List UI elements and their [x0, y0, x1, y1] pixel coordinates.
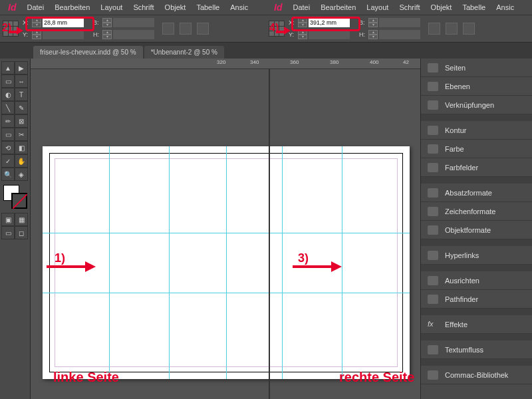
pen-tool[interactable]: ✎	[15, 101, 28, 114]
w-input[interactable]	[113, 18, 154, 27]
h-spinner[interactable]: ▴▾	[102, 30, 112, 39]
x-input[interactable]	[43, 18, 84, 27]
panel-objektformate[interactable]: Objektformate	[421, 221, 532, 239]
menu-layout[interactable]: Layout	[95, 3, 128, 11]
control-bar-left: X:▴▾ Y:▴▾ B:▴▾ H:▴▾	[0, 15, 266, 43]
menu-layout[interactable]: Layout	[361, 3, 394, 11]
w-input[interactable]	[379, 18, 420, 27]
panel-zeichenformate[interactable]: Zeichenformate	[421, 202, 532, 221]
preview-tool[interactable]: ▭	[1, 226, 15, 239]
panel-hyperlinks[interactable]: Hyperlinks	[421, 246, 532, 265]
menu-tabelle[interactable]: Tabelle	[457, 3, 491, 11]
panel-pathfinder[interactable]: Pathfinder	[421, 290, 532, 309]
x-spinner[interactable]: ▴▾	[298, 18, 307, 27]
panel-effekte[interactable]: fxEffekte	[421, 315, 532, 334]
h-input[interactable]	[379, 30, 420, 39]
panel-ebenen[interactable]: Ebenen	[421, 77, 532, 96]
align-icon	[428, 276, 438, 285]
panel-kontur[interactable]: Kontur	[421, 121, 532, 140]
transform-tool[interactable]: ⟲	[1, 141, 15, 154]
menu-objekt[interactable]: Objekt	[160, 3, 192, 11]
library-icon	[428, 370, 438, 380]
reference-point-icon[interactable]	[269, 21, 285, 37]
y-spinner[interactable]: ▴▾	[298, 30, 307, 39]
row-guide[interactable]	[43, 233, 410, 233]
panel-seiten[interactable]: Seiten	[421, 59, 532, 77]
column-guide[interactable]	[109, 146, 110, 379]
document-view[interactable]	[31, 69, 420, 399]
column-guide[interactable]	[342, 146, 342, 379]
selection-tool[interactable]: ▲	[1, 61, 15, 74]
links-icon	[428, 100, 438, 110]
distribute-icon[interactable]	[197, 23, 209, 35]
panel-farbe[interactable]: Farbe	[421, 140, 532, 158]
hyperlinks-icon	[428, 251, 438, 260]
panel-verknuepfungen[interactable]: Verknüpfungen	[421, 96, 532, 114]
horizontal-ruler: 320 340 360 380 400 42	[31, 59, 420, 69]
zoom-tool[interactable]: 🔍	[1, 168, 15, 181]
x-spinner[interactable]: ▴▾	[32, 18, 41, 27]
left-instance: Id Datei Bearbeiten Layout Schrift Objek…	[0, 0, 266, 43]
color-mode-tool[interactable]: ▣	[1, 213, 15, 226]
w-label: B:	[93, 19, 101, 26]
tab-friseur[interactable]: friseur-les-cheveux.indd @ 50 %	[33, 46, 143, 59]
view-mode-tool[interactable]: ▦	[15, 213, 28, 226]
y-input[interactable]	[43, 30, 84, 39]
column-guide[interactable]	[169, 146, 170, 379]
line-tool[interactable]: ╲	[1, 101, 15, 114]
note-tool[interactable]: ◈	[15, 168, 28, 181]
character-styles-icon	[428, 207, 438, 216]
align-icon[interactable]	[446, 23, 458, 35]
reference-point-icon[interactable]	[3, 21, 19, 37]
content-tool[interactable]: ◐	[1, 88, 15, 101]
frame-tool[interactable]: ⊠	[15, 114, 28, 128]
hand-tool[interactable]: ✋	[15, 154, 28, 168]
pencil-tool[interactable]: ✏	[1, 114, 15, 128]
document-tabs: friseur-les-cheveux.indd @ 50 % *Unbenan…	[0, 43, 532, 59]
panel-ausrichten[interactable]: Ausrichten	[421, 271, 532, 290]
panel-label: Ausrichten	[445, 277, 479, 285]
menu-datei[interactable]: Datei	[287, 3, 315, 11]
menu-schrift[interactable]: Schrift	[128, 3, 159, 11]
panel-absatzformate[interactable]: Absatzformate	[421, 184, 532, 202]
type-tool[interactable]: T	[15, 88, 28, 101]
h-input[interactable]	[113, 30, 154, 39]
tab-unbenannt[interactable]: *Unbenannt-2 @ 50 %	[144, 46, 224, 59]
panel-label: Absatzformate	[445, 189, 492, 197]
menu-ansicht[interactable]: Ansic	[491, 3, 519, 11]
y-spinner[interactable]: ▴▾	[32, 30, 41, 39]
menu-tabelle[interactable]: Tabelle	[191, 3, 225, 11]
panel-textumfluss[interactable]: Textumfluss	[421, 340, 532, 359]
page-tool[interactable]: ▭	[1, 74, 15, 88]
w-spinner[interactable]: ▴▾	[102, 18, 112, 27]
gap-tool[interactable]: ↔	[15, 74, 28, 88]
constrain-icon[interactable]	[162, 23, 174, 35]
h-spinner[interactable]: ▴▾	[368, 30, 378, 39]
panel-bibliothek[interactable]: Commac-Bibliothek	[421, 366, 532, 384]
screen-tool[interactable]: ◻	[15, 226, 28, 239]
constrain-icon[interactable]	[428, 23, 440, 35]
menu-objekt[interactable]: Objekt	[426, 3, 458, 11]
row-guide[interactable]	[43, 293, 410, 293]
eyedropper-tool[interactable]: ✓	[1, 154, 15, 168]
rectangle-tool[interactable]: ▭	[1, 128, 15, 141]
scissors-tool[interactable]: ✂	[15, 128, 28, 141]
w-spinner[interactable]: ▴▾	[368, 18, 378, 27]
align-icon[interactable]	[180, 23, 192, 35]
panel-farbfelder[interactable]: Farbfelder	[421, 158, 532, 177]
direct-selection-tool[interactable]: ▶	[15, 61, 28, 74]
menu-bearbeiten[interactable]: Bearbeiten	[49, 3, 95, 11]
control-bar-right: X:▴▾ Y:▴▾ B:▴▾ H:▴▾	[266, 15, 532, 43]
y-input[interactable]	[309, 30, 350, 39]
menu-bearbeiten[interactable]: Bearbeiten	[315, 3, 361, 11]
fill-stroke-swatch[interactable]	[3, 185, 27, 209]
column-guide[interactable]	[282, 146, 283, 379]
distribute-icon[interactable]	[463, 23, 475, 35]
canvas-area[interactable]: 320 340 360 380 400 42	[31, 59, 420, 399]
menu-ansicht[interactable]: Ansic	[225, 3, 253, 11]
x-input[interactable]	[309, 18, 350, 27]
gradient-tool[interactable]: ◧	[15, 141, 28, 154]
menu-schrift[interactable]: Schrift	[394, 3, 425, 11]
menu-datei[interactable]: Datei	[21, 3, 49, 11]
panel-label: Zeichenformate	[445, 207, 495, 215]
